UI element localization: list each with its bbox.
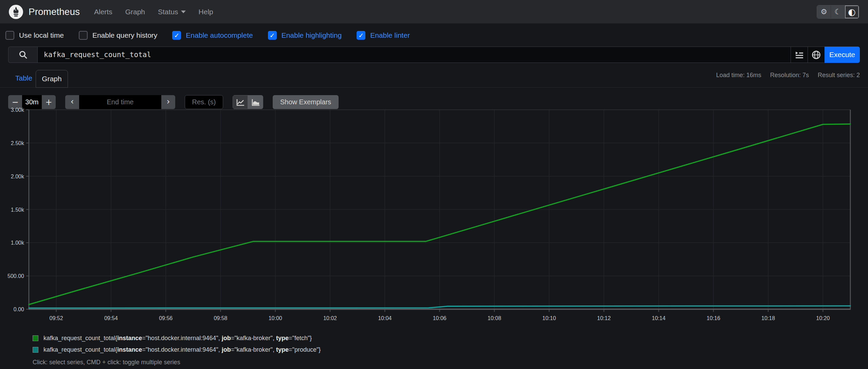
chevron-right-icon: › [167, 97, 170, 106]
metrics-explorer-button[interactable] [791, 47, 808, 63]
chart-legend: kafka_request_count_total{instance="host… [33, 332, 321, 366]
tab-table[interactable]: Table [15, 74, 32, 82]
gear-icon: ⚙ [820, 7, 827, 16]
svg-text:3.00k: 3.00k [11, 107, 24, 113]
execute-button[interactable]: Execute [825, 47, 860, 63]
options-row: Use local time Enable query history ✓ En… [0, 23, 868, 47]
app-title: Prometheus [29, 6, 80, 17]
check-icon: ✓ [270, 32, 275, 39]
legend-swatch-icon [33, 347, 38, 353]
svg-text:09:52: 09:52 [50, 315, 63, 321]
checkbox-enable-linter[interactable]: ✓ Enable linter [357, 31, 410, 40]
svg-text:2.00k: 2.00k [11, 174, 24, 179]
svg-text:1.00k: 1.00k [11, 240, 24, 246]
query-stats: Load time: 16ms Resolution: 7s Result se… [716, 72, 860, 79]
theme-toggle-group: ⚙ ☾ ◐ [817, 5, 859, 19]
legend-swatch-icon [33, 335, 38, 341]
chart-area[interactable]: 0.00500.001.00k1.50k2.00k2.50k3.00k09:52… [0, 105, 868, 324]
check-icon: ✓ [358, 32, 364, 39]
checkbox-box[interactable] [5, 31, 14, 40]
checkbox-enable-autocomplete[interactable]: ✓ Enable autocomplete [172, 31, 253, 40]
half-circle-icon: ◐ [848, 7, 856, 17]
svg-text:1.50k: 1.50k [11, 207, 24, 213]
svg-text:2.50k: 2.50k [11, 140, 24, 146]
chart-canvas[interactable]: 0.00500.001.00k1.50k2.00k2.50k3.00k09:52… [0, 105, 868, 324]
nav-links: Alerts Graph Status Help [94, 8, 213, 16]
checkbox-enable-highlighting[interactable]: ✓ Enable highlighting [268, 31, 342, 40]
checkbox-box[interactable]: ✓ [268, 31, 277, 40]
nav-item-alerts[interactable]: Alerts [94, 8, 112, 16]
svg-text:500.00: 500.00 [7, 273, 24, 279]
svg-text:10:18: 10:18 [761, 315, 775, 321]
legend-item[interactable]: kafka_request_count_total{instance="host… [33, 332, 321, 344]
nav-item-graph[interactable]: Graph [125, 8, 145, 16]
result-tabs: Table Graph Load time: 16ms Resolution: … [0, 70, 868, 95]
navbar: Prometheus Alerts Graph Status Help ⚙ ☾ … [0, 0, 868, 23]
query-bar: Execute [8, 47, 860, 63]
svg-text:10:00: 10:00 [269, 315, 282, 321]
moon-icon: ☾ [834, 7, 841, 16]
load-time: Load time: 16ms [716, 72, 761, 79]
explain-globe-button[interactable] [808, 47, 825, 63]
legend-series-label: kafka_request_count_total{instance="host… [43, 335, 312, 342]
resolution: Resolution: 7s [770, 72, 809, 79]
result-series: Result series: 2 [818, 72, 860, 79]
search-addon [8, 47, 37, 63]
stacked-chart-icon [251, 98, 260, 106]
chevron-left-icon: ‹ [71, 97, 74, 106]
search-icon [19, 50, 28, 59]
svg-text:10:04: 10:04 [378, 315, 392, 321]
svg-text:09:58: 09:58 [214, 315, 227, 321]
svg-text:09:54: 09:54 [104, 315, 118, 321]
svg-text:10:02: 10:02 [323, 315, 337, 321]
checkbox-box[interactable]: ✓ [357, 31, 365, 40]
legend-help-note: Click: select series, CMD + click: toggl… [33, 359, 321, 366]
nav-item-help[interactable]: Help [199, 8, 213, 16]
query-input[interactable] [37, 47, 791, 63]
svg-text:0.00: 0.00 [14, 306, 24, 312]
auto-theme-button[interactable]: ◐ [845, 5, 859, 18]
svg-text:10:12: 10:12 [597, 315, 611, 321]
dark-theme-button[interactable]: ☾ [831, 5, 845, 18]
checkbox-box[interactable] [79, 31, 88, 40]
svg-text:10:08: 10:08 [488, 315, 501, 321]
metrics-explorer-icon [795, 51, 804, 59]
tabs-divider [0, 87, 868, 88]
svg-text:10:14: 10:14 [652, 315, 666, 321]
svg-text:09:56: 09:56 [159, 315, 173, 321]
checkbox-use-local-time[interactable]: Use local time [5, 31, 64, 40]
svg-text:10:10: 10:10 [542, 315, 556, 321]
prometheus-logo-icon [9, 5, 23, 19]
globe-icon [812, 50, 821, 59]
line-chart-icon [236, 98, 245, 106]
legend-item[interactable]: kafka_request_count_total{instance="host… [33, 344, 321, 355]
checkbox-enable-query-history[interactable]: Enable query history [79, 31, 157, 40]
nav-item-status[interactable]: Status [158, 8, 186, 16]
checkbox-box[interactable]: ✓ [172, 31, 181, 40]
legend-series-label: kafka_request_count_total{instance="host… [43, 346, 321, 353]
svg-text:10:06: 10:06 [433, 315, 446, 321]
svg-text:10:16: 10:16 [707, 315, 720, 321]
chevron-down-icon [181, 11, 186, 13]
light-theme-button[interactable]: ⚙ [817, 5, 831, 18]
svg-text:10:20: 10:20 [816, 315, 830, 321]
tab-graph[interactable]: Graph [36, 70, 68, 88]
check-icon: ✓ [174, 32, 179, 39]
